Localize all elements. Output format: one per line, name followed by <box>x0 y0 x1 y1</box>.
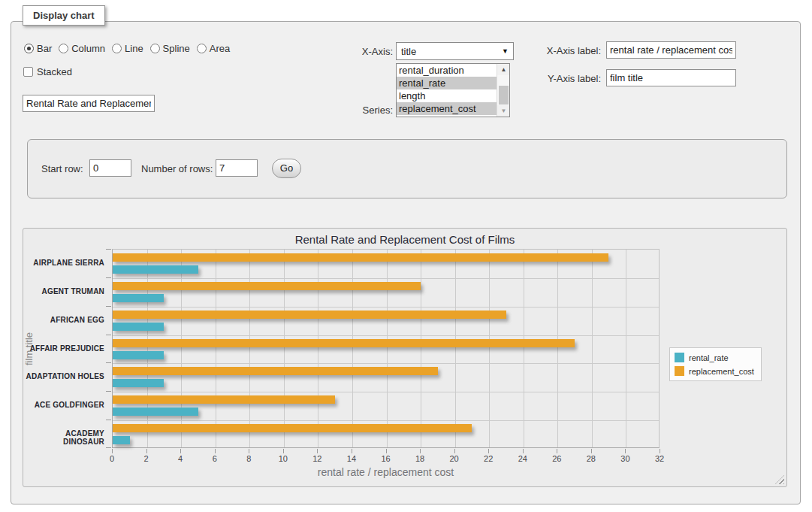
gridline <box>113 363 659 364</box>
legend-swatch-icon <box>675 366 684 376</box>
number-of-rows-input[interactable] <box>216 159 258 177</box>
x-tick-mark <box>591 449 592 453</box>
yaxis-label-label: Y-Axis label: <box>526 73 601 84</box>
category-label: ADAPTATION HOLES <box>23 372 104 380</box>
x-tick-label: 20 <box>439 454 469 463</box>
x-tick-mark <box>625 449 626 453</box>
chart-type-radio-area[interactable]: Area <box>197 43 230 54</box>
yaxis-label-input[interactable] <box>606 69 736 86</box>
y-tick-mark <box>106 362 111 363</box>
start-row-label: Start row: <box>41 163 83 174</box>
gridline <box>113 420 659 421</box>
stacked-label: Stacked <box>37 66 72 77</box>
radio-button-icon[interactable] <box>150 44 160 53</box>
chart-type-radio-column[interactable]: Column <box>59 43 105 54</box>
radio-button-icon[interactable] <box>59 44 68 53</box>
x-tick-label: 12 <box>302 454 332 463</box>
x-tick-mark <box>488 449 489 453</box>
listbox-scrollbar[interactable]: ▲ ▼ <box>497 64 509 117</box>
chart-type-radio-bar[interactable]: Bar <box>24 43 52 54</box>
bar-replacement_cost <box>113 253 608 262</box>
chart-legend: rental_ratereplacement_cost <box>669 347 762 381</box>
xaxis-select-label: X-Axis: <box>331 46 393 57</box>
bar-replacement_cost <box>113 367 438 375</box>
radio-button-icon[interactable] <box>197 44 207 53</box>
stacked-checkbox-row[interactable]: Stacked <box>23 66 72 77</box>
x-tick-label: 30 <box>610 454 640 463</box>
gridline <box>181 250 182 447</box>
xaxis-label-input[interactable] <box>606 41 736 59</box>
gridline <box>113 335 659 336</box>
radio-label: Spline <box>163 43 190 54</box>
start-row-input[interactable] <box>89 159 131 177</box>
gridline <box>216 250 216 447</box>
x-tick-mark <box>112 449 113 453</box>
gridline <box>592 250 593 447</box>
gridline <box>113 307 659 308</box>
category-label: AFFAIR PREJUDICE <box>23 344 104 353</box>
gridline <box>352 250 353 447</box>
series-option-length[interactable]: length <box>397 89 497 102</box>
x-tick-label: 22 <box>473 454 503 463</box>
chart-title-input[interactable] <box>23 95 155 112</box>
x-tick-mark <box>352 449 352 453</box>
gridline <box>113 278 659 279</box>
y-tick-mark <box>106 277 111 278</box>
xaxis-select-value: title <box>401 46 416 57</box>
legend-item-rental_rate: rental_rate <box>675 353 754 362</box>
x-tick-mark <box>557 449 557 453</box>
category-label: ACE GOLDFINGER <box>23 401 104 409</box>
go-button[interactable]: Go <box>272 159 301 178</box>
series-listbox[interactable]: rental_durationrental_ratelengthreplacem… <box>396 63 510 117</box>
x-tick-mark <box>215 449 216 453</box>
legend-item-replacement_cost: replacement_cost <box>675 366 754 376</box>
y-tick-mark <box>106 306 111 307</box>
category-label: AFRICAN EGG <box>23 316 104 324</box>
series-option-replacement_cost[interactable]: replacement_cost <box>397 102 497 115</box>
xaxis-select[interactable]: title ▼ <box>396 42 514 60</box>
gridline <box>387 250 388 447</box>
gridline <box>626 250 626 447</box>
series-listbox-label: Series: <box>331 105 393 116</box>
x-tick-mark <box>283 449 284 453</box>
x-tick-mark <box>317 449 318 453</box>
series-option-rental_duration[interactable]: rental_duration <box>397 64 497 77</box>
x-tick-mark <box>386 449 387 453</box>
y-tick-mark <box>106 249 111 250</box>
legend-label: replacement_cost <box>689 367 754 376</box>
y-tick-mark <box>106 391 111 392</box>
radio-label: Bar <box>37 43 52 54</box>
chart-type-radio-group: BarColumnLineSplineArea <box>24 43 230 54</box>
bar-rental_rate <box>113 265 198 274</box>
x-tick-label: 32 <box>644 454 675 463</box>
bar-rental_rate <box>113 294 164 302</box>
series-options: rental_durationrental_ratelengthreplacem… <box>397 64 509 115</box>
gridline <box>318 250 318 447</box>
bar-rental_rate <box>113 351 164 359</box>
resize-grip-icon[interactable] <box>775 475 784 484</box>
gridline <box>421 250 421 447</box>
bar-rental_rate <box>113 407 198 416</box>
chart-type-radio-line[interactable]: Line <box>112 43 143 54</box>
y-tick-mark <box>106 335 111 335</box>
bar-rental_rate <box>113 379 164 387</box>
stacked-checkbox[interactable] <box>23 67 33 77</box>
radio-button-icon[interactable] <box>24 44 34 53</box>
radio-button-icon[interactable] <box>112 44 122 53</box>
chart-title: Rental Rate and Replacement Cost of Film… <box>23 233 786 246</box>
gridline <box>147 250 148 447</box>
radio-label: Column <box>71 43 105 54</box>
series-option-rental_rate[interactable]: rental_rate <box>397 77 497 89</box>
y-tick-mark <box>106 420 111 420</box>
gridline <box>557 250 558 447</box>
fieldset-legend: Display chart <box>23 5 105 26</box>
scroll-up-icon[interactable]: ▲ <box>497 64 510 75</box>
x-tick-label: 10 <box>268 454 298 463</box>
xaxis-label-label: X-Axis label: <box>526 45 601 56</box>
scroll-down-icon[interactable]: ▼ <box>497 105 510 117</box>
x-tick-mark <box>660 449 660 453</box>
chart-type-radio-spline[interactable]: Spline <box>150 43 190 54</box>
legend-swatch-icon <box>675 353 684 362</box>
scrollbar-thumb[interactable] <box>499 86 509 105</box>
x-tick-label: 26 <box>542 454 572 463</box>
